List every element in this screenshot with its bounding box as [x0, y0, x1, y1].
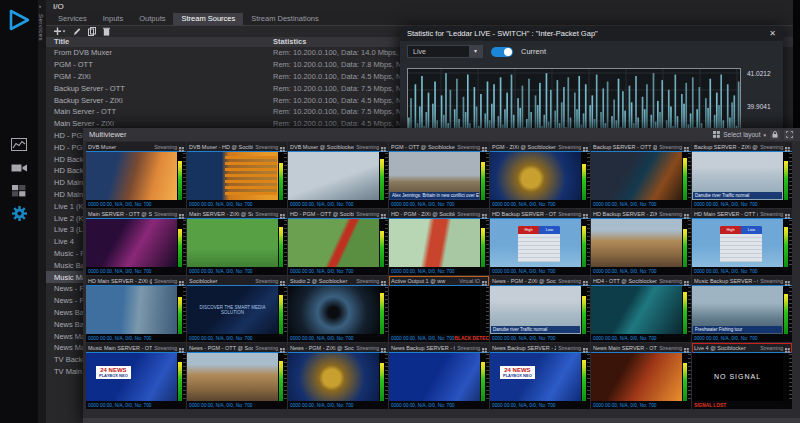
meter-bar [481, 362, 485, 401]
multiviewer-cell[interactable]: DVB MuxerStreaming0000 00:00, N/A, 0/0, … [86, 142, 186, 208]
cell-video: Alex Jennings: Britain in new conflict o… [389, 152, 489, 200]
meter-scale [688, 153, 691, 199]
multiviewer-cell[interactable]: HD Main SERVER - ZiXi @ SociblockerStrea… [86, 276, 186, 342]
meter-bar [178, 362, 182, 401]
tab-outputs[interactable]: Outputs [131, 13, 173, 25]
multiviewer-cell[interactable]: News - PGM - ZiXi @ SociblockerStreaming… [288, 343, 388, 409]
multiviewer-cell[interactable]: HD4 - OTT @ SociblockerStreaming0000 00:… [591, 276, 691, 342]
cell-status: Streaming [457, 211, 480, 217]
audio-meter [682, 219, 691, 267]
multiviewer-cell[interactable]: PGM - ZiXi @ SociblockerStreaming0000 00… [490, 142, 590, 208]
row-title: Main Server - OTT [46, 107, 273, 116]
services-rail[interactable]: › Services [38, 0, 46, 423]
audio-meter [480, 286, 489, 334]
mode-dropdown[interactable]: Live ▾ [407, 45, 483, 58]
cell-info-strip: 0000 00:00, N/A, 0/0, No: 700 [86, 200, 186, 208]
news-logo: 24 NEWSPLAYBOX NEO [96, 366, 131, 379]
video-thumbnail [591, 286, 682, 334]
sidebar-settings-gear-icon[interactable] [0, 202, 38, 225]
cell-video [86, 152, 186, 200]
multiviewer-cell[interactable]: Live 4 @ SociblockerStreamingNO SIGNALSI… [692, 343, 792, 409]
tab-inputs[interactable]: Inputs [95, 13, 131, 25]
multiviewer-cell[interactable]: HD - PGM - OTT @ SociblockerStreaming000… [288, 209, 388, 275]
current-toggle[interactable] [491, 47, 513, 57]
multiviewer-cell[interactable]: HD Backup SERVER - OTT @ SociblockerStre… [490, 209, 590, 275]
meter-scale [789, 287, 792, 333]
meter-bar [582, 226, 586, 267]
video-caption: Danube river Traffic normal [491, 326, 580, 333]
multiviewer-cell[interactable]: DVB Muxer @ SociblockerStreaming0000 00:… [288, 142, 388, 208]
axis-tick-max: 41.0212 [747, 70, 771, 77]
multiviewer-cell[interactable]: News Backup SERVER - ZiXi @ SociblockStr… [490, 343, 590, 409]
delete-button[interactable] [103, 27, 110, 36]
multiviewer-cell[interactable]: Main SERVER - ZiXi @ SociblockerStreamin… [187, 209, 287, 275]
multiviewer-cell[interactable]: PGM - OTT @ SociblockerStreamingAlex Jen… [389, 142, 489, 208]
cell-video: DISCOVER THE SMART MEDIA SOLUTION [187, 286, 287, 334]
statistics-controls: Live ▾ Current [400, 41, 783, 62]
multiviewer-titlebar[interactable]: Multiviewer Select layout ▾ [83, 128, 800, 141]
cell-status: Streaming [255, 278, 278, 284]
multiviewer-cell[interactable]: Music Main SERVER - OTT @ SociblockerStr… [86, 343, 186, 409]
chevron-right-icon: › [39, 3, 41, 9]
select-layout-dropdown[interactable]: Select layout ▾ [713, 131, 766, 138]
stream-info: 0000 00:00, N/A, 0/0, No: 700 [694, 202, 757, 207]
duplicate-button[interactable] [88, 27, 96, 36]
multiviewer-cell[interactable]: News - PGM - ZiXi @ SociblockerStreaming… [490, 276, 590, 342]
multiviewer-cell[interactable]: Backup SERVER - OTT @ SociblockerStreami… [591, 142, 691, 208]
cell-status: Streaming [659, 144, 682, 150]
multiviewer-cell[interactable]: HD Main SERVER - OTT @ SociblockerStream… [692, 209, 792, 275]
statistics-titlebar[interactable]: Statistic for "Leddar LIVE - SWITCH" : "… [400, 26, 783, 41]
sidebar-line-chart-icon[interactable] [0, 133, 38, 156]
tab-services[interactable]: Services [50, 13, 95, 25]
multiviewer-cell[interactable]: Main SERVER - OTT @ SociblockerStreaming… [86, 209, 186, 275]
cell-info-strip: 0000 00:00, N/A, 0/0, No: 700 [187, 401, 287, 409]
lock-icon[interactable] [770, 130, 780, 140]
video-caption: Alex Jennings: Britain in new conflict o… [390, 192, 479, 199]
multiviewer-cell[interactable]: SociblockerStreamingDISCOVER THE SMART M… [187, 276, 287, 342]
audio-meter [278, 219, 287, 267]
audio-meter [581, 219, 590, 267]
sidebar-multiviewer-grid-icon[interactable] [0, 179, 38, 202]
cell-header: HD4 - OTT @ SociblockerStreaming [591, 276, 691, 285]
multiviewer-cell[interactable]: HD Backup SERVER - ZiXi @ SociblockerStr… [591, 209, 691, 275]
meter-scale [789, 153, 792, 199]
cell-title: HD Main SERVER - OTT @ Sociblocker [694, 211, 758, 217]
multiviewer-cell[interactable]: Studio 2 @ SociblockerStreaming0000 00:0… [288, 276, 388, 342]
meter-bar [683, 158, 687, 200]
audio-meter [278, 152, 287, 200]
multiviewer-title: Multiviewer [89, 130, 127, 139]
tab-stream-sources[interactable]: Stream Sources [173, 13, 243, 25]
audio-meter [480, 353, 489, 401]
select-layout-label: Select layout [723, 131, 760, 138]
multiviewer-cell[interactable]: Music Backup SERVER - OTT @ SociblockStr… [692, 276, 792, 342]
close-icon[interactable]: ✕ [769, 29, 776, 38]
multiviewer-cell[interactable]: Backup SERVER - ZiXi @ SociblockerStream… [692, 142, 792, 208]
sidebar-video-camera-icon[interactable] [0, 156, 38, 179]
cell-info-strip: 0000 00:00, N/A, 0/0, No: 700 [86, 267, 186, 275]
cell-info-strip: 0000 00:00, N/A, 0/0, No: 700 [692, 200, 792, 208]
cell-title: HD - PGM - OTT @ Sociblocker [290, 211, 354, 217]
io-window-titlebar[interactable]: I/O [46, 0, 793, 13]
edit-button[interactable] [73, 27, 81, 36]
tab-stream-destinations[interactable]: Stream Destinations [243, 13, 327, 25]
cell-header: News Backup SERVER - OTT @ SociblockerSt… [389, 343, 489, 352]
cell-title: Music Backup SERVER - OTT @ Sociblock [694, 278, 758, 284]
multiviewer-cell[interactable]: HD - PGM - ZiXi @ SociblockerStreaming00… [389, 209, 489, 275]
multiviewer-cell[interactable]: News - PGM - OTT @ SociblockerStreaming0… [187, 343, 287, 409]
meter-scale [688, 220, 691, 266]
meter-scale [587, 220, 590, 266]
video-thumbnail [288, 353, 379, 401]
cell-status: Streaming [356, 345, 379, 351]
cell-title: Main SERVER - ZiXi @ Sociblocker [189, 211, 253, 217]
multiviewer-cell[interactable]: DVB Muxer - HD @ SociblockerStreaming000… [187, 142, 287, 208]
add-button[interactable] [54, 27, 66, 36]
audio-meter [177, 152, 186, 200]
cell-title: PGM - OTT @ Sociblocker [391, 144, 455, 150]
cell-video [389, 219, 489, 267]
multiviewer-cell[interactable]: Active Output 1 @ wwVirtual IO0000 00:00… [389, 276, 489, 342]
multiviewer-cell[interactable]: News Backup SERVER - OTT @ SociblockerSt… [389, 343, 489, 409]
multiviewer-bottom-edge [83, 418, 800, 423]
stream-info: 0000 00:00, N/A, 0/0, No: 700 [694, 269, 757, 274]
multiviewer-cell[interactable]: News Main SERVER - OTT @ SociblockerStre… [591, 343, 691, 409]
stream-info: 0000 00:00, N/A, 0/0, No: 700 [189, 269, 252, 274]
